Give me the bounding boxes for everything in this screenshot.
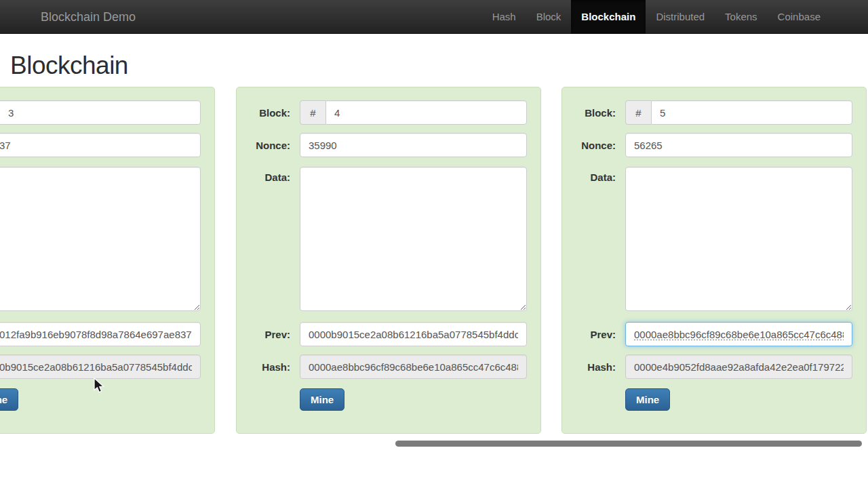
- data-textarea[interactable]: [300, 167, 527, 311]
- nonce-input[interactable]: [625, 133, 852, 157]
- data-label: Data:: [576, 167, 625, 311]
- nav-item-tokens[interactable]: Tokens: [715, 0, 768, 34]
- block-number-input[interactable]: [326, 100, 527, 125]
- block-card-5: Block: # Nonce: Data: Prev: Hash: Mine: [561, 87, 867, 434]
- hash-label: Hash:: [250, 361, 300, 373]
- nav-item-coinbase[interactable]: Coinbase: [768, 0, 831, 34]
- data-label: Data:: [250, 167, 300, 311]
- nav-item-block[interactable]: Block: [526, 0, 572, 34]
- block-number-input[interactable]: [0, 100, 201, 125]
- number-prefix-addon: #: [300, 100, 326, 125]
- nav-item-distributed[interactable]: Distributed: [646, 0, 715, 34]
- block-number-label: Block:: [576, 107, 625, 119]
- nonce-input[interactable]: [0, 133, 201, 157]
- mine-button[interactable]: Mine: [625, 388, 670, 411]
- prev-input[interactable]: [300, 322, 527, 346]
- number-prefix-addon: #: [625, 100, 651, 125]
- horizontal-scrollbar[interactable]: [395, 441, 862, 447]
- nonce-label: Nonce:: [250, 140, 300, 151]
- hash-output: [0, 354, 201, 379]
- navbar-menu: Hash Block Blockchain Distributed Tokens…: [482, 0, 831, 34]
- data-textarea[interactable]: [0, 167, 201, 311]
- nav-item-hash[interactable]: Hash: [482, 0, 526, 34]
- navbar: Blockchain Demo Hash Block Blockchain Di…: [0, 0, 868, 34]
- navbar-brand[interactable]: Blockchain Demo: [41, 0, 136, 33]
- mine-button[interactable]: Mine: [0, 388, 18, 411]
- hash-output: [300, 354, 527, 379]
- blockchain-cards: Block: # Nonce: Data: Prev: Hash: Mine: [0, 87, 868, 434]
- prev-label: Prev:: [576, 329, 625, 340]
- page-title: Blockchain: [10, 52, 128, 80]
- mouse-cursor: [94, 378, 105, 394]
- hash-label: Hash:: [576, 361, 625, 373]
- nonce-input[interactable]: [300, 133, 527, 157]
- block-card-3: Block: # Nonce: Data: Prev: Hash: Mine: [0, 87, 215, 434]
- block-number-input[interactable]: [651, 100, 852, 125]
- prev-label: Prev:: [250, 329, 300, 340]
- block-number-label: Block:: [250, 107, 300, 119]
- prev-input[interactable]: [0, 322, 201, 346]
- hash-output: [625, 354, 852, 379]
- mine-button[interactable]: Mine: [300, 388, 344, 411]
- prev-input[interactable]: [625, 322, 852, 346]
- nonce-label: Nonce:: [576, 140, 625, 151]
- block-card-4: Block: # Nonce: Data: Prev: Hash: Mine: [236, 87, 541, 434]
- nav-item-blockchain[interactable]: Blockchain: [571, 0, 646, 34]
- data-textarea[interactable]: [625, 167, 852, 311]
